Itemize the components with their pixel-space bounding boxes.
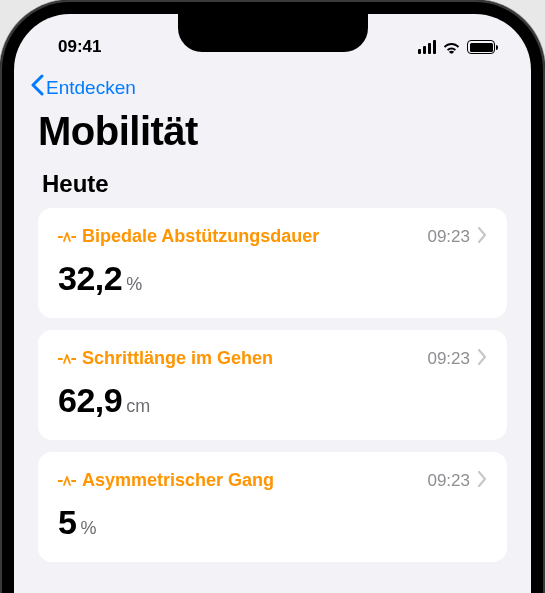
card-time: 09:23	[427, 227, 470, 247]
card-value: 32,2	[58, 259, 122, 298]
card-asymmetrischer[interactable]: Asymmetrischer Gang 09:23 5 %	[38, 452, 507, 562]
battery-icon	[467, 40, 495, 54]
card-unit: %	[126, 274, 142, 295]
page-title: Mobilität	[14, 105, 531, 166]
back-label: Entdecken	[46, 77, 136, 99]
card-unit: %	[80, 518, 96, 539]
card-unit: cm	[126, 396, 150, 417]
mobility-icon	[58, 230, 76, 244]
cellular-signal-icon	[418, 40, 437, 54]
status-time: 09:41	[44, 37, 101, 57]
card-title: Bipedale Abstützungsdauer	[82, 226, 319, 247]
back-button[interactable]: Entdecken	[30, 74, 136, 101]
mobility-icon	[58, 352, 76, 366]
chevron-left-icon	[30, 74, 44, 101]
card-title: Asymmetrischer Gang	[82, 470, 274, 491]
chevron-right-icon	[478, 349, 487, 369]
chevron-right-icon	[478, 227, 487, 247]
card-schrittlaenge[interactable]: Schrittlänge im Gehen 09:23 62,9 cm	[38, 330, 507, 440]
card-time: 09:23	[427, 471, 470, 491]
cards-list: Bipedale Abstützungsdauer 09:23 32,2 %	[14, 208, 531, 562]
wifi-icon	[442, 40, 461, 54]
chevron-right-icon	[478, 471, 487, 491]
card-time: 09:23	[427, 349, 470, 369]
device-notch	[178, 14, 368, 52]
section-title: Heute	[14, 166, 531, 208]
nav-bar: Entdecken	[14, 66, 531, 105]
card-value: 5	[58, 503, 76, 542]
card-value: 62,9	[58, 381, 122, 420]
card-bipedale[interactable]: Bipedale Abstützungsdauer 09:23 32,2 %	[38, 208, 507, 318]
card-title: Schrittlänge im Gehen	[82, 348, 273, 369]
mobility-icon	[58, 474, 76, 488]
